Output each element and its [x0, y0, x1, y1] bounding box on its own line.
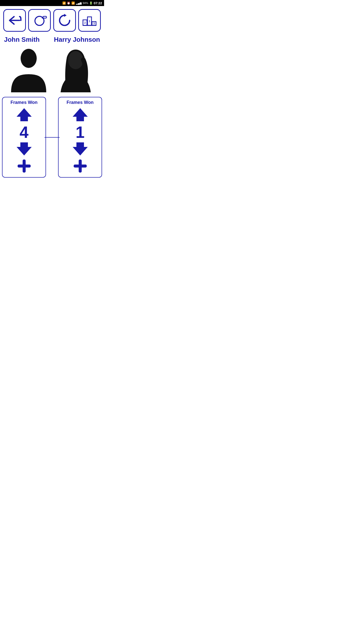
right-down-arrow-icon	[71, 141, 89, 156]
avatars-row	[0, 45, 104, 95]
left-up-arrow-icon	[15, 107, 33, 122]
right-increment-button[interactable]	[71, 107, 89, 123]
leaderboard-icon: 2 1 3	[82, 13, 97, 28]
left-avatar	[9, 47, 49, 92]
back-button[interactable]	[3, 9, 26, 32]
female-avatar-icon	[56, 47, 96, 92]
players-row: John Smith Harry Johnson	[0, 35, 104, 45]
wifi-icon: 📶	[71, 2, 75, 5]
right-avatar	[56, 47, 96, 92]
left-decrement-button[interactable]	[15, 141, 33, 157]
svg-marker-17	[73, 108, 88, 121]
svg-marker-18	[73, 142, 88, 155]
svg-text:3: 3	[93, 22, 95, 25]
svg-point-11	[21, 49, 37, 68]
left-add-button[interactable]	[17, 158, 32, 175]
svg-text:1: 1	[89, 20, 90, 23]
svg-marker-14	[17, 142, 32, 155]
whistle-icon	[32, 13, 47, 28]
svg-marker-3	[64, 14, 67, 17]
right-add-button[interactable]	[73, 158, 88, 175]
svg-rect-16	[18, 165, 31, 168]
battery-label: 94%	[83, 2, 88, 5]
status-bar: 📶 ⏰ 📶 ▂▄▆ 94% 🔋 07:22	[0, 0, 104, 6]
right-plus-icon	[73, 158, 88, 174]
toolbar: 2 1 3	[0, 6, 104, 35]
svg-rect-20	[74, 165, 87, 168]
svg-text:2: 2	[84, 21, 86, 24]
scores-section: Frames Won 4 Frames Won	[0, 95, 104, 180]
reset-icon	[57, 13, 72, 28]
player-right-name: Harry Johnson	[54, 36, 100, 44]
signal-icon: ▂▄▆	[76, 2, 82, 5]
left-score-card: Frames Won 4	[2, 97, 46, 178]
right-score: 1	[76, 124, 85, 140]
right-score-card: Frames Won 1	[58, 97, 102, 178]
right-up-arrow-icon	[71, 107, 89, 122]
left-frames-won-label: Frames Won	[11, 100, 38, 105]
center-divider	[44, 137, 60, 138]
battery-icon: 🔋	[89, 2, 93, 5]
bluetooth-icon: 📶	[62, 2, 66, 5]
svg-point-12	[68, 51, 83, 69]
left-down-arrow-icon	[15, 141, 33, 156]
reset-button[interactable]	[53, 9, 76, 32]
left-increment-button[interactable]	[15, 107, 33, 123]
leaderboard-button[interactable]: 2 1 3	[78, 9, 101, 32]
left-score: 4	[20, 124, 29, 140]
male-avatar-icon	[9, 47, 49, 92]
back-icon	[7, 13, 22, 28]
whistle-button[interactable]	[28, 9, 51, 32]
alarm-icon: ⏰	[67, 2, 70, 5]
clock-label: 07:22	[94, 1, 102, 5]
right-frames-won-label: Frames Won	[67, 100, 94, 105]
svg-rect-1	[43, 16, 47, 18]
right-decrement-button[interactable]	[71, 141, 89, 157]
player-left-name: John Smith	[4, 36, 40, 44]
left-plus-icon	[17, 158, 32, 174]
svg-marker-13	[17, 108, 32, 121]
